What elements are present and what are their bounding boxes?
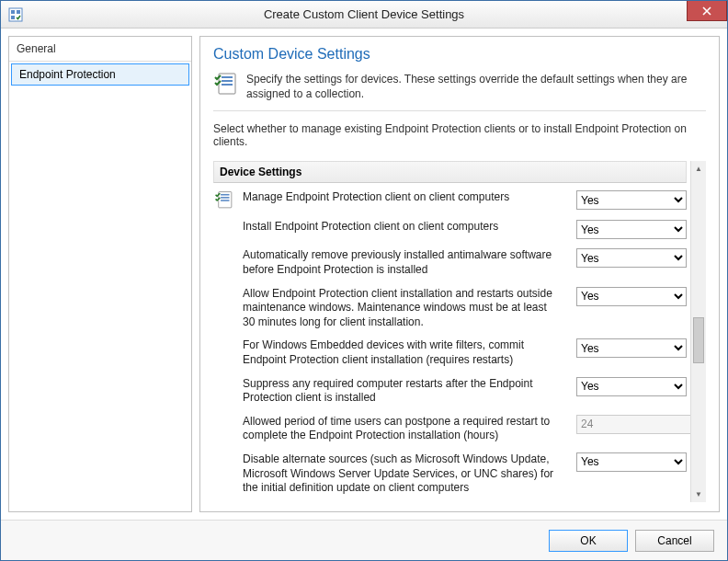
setting-label: For Windows Embedded devices with write … xyxy=(243,338,569,367)
window-title: Create Custom Client Device Settings xyxy=(1,7,727,21)
sidebar-item-endpoint-protection[interactable]: Endpoint Protection xyxy=(11,63,189,86)
setting-select[interactable]: YesNo xyxy=(576,220,687,239)
instruction-text: Select whether to manage existing Endpoi… xyxy=(213,122,706,148)
checklist-icon xyxy=(213,72,239,97)
ok-button[interactable]: OK xyxy=(549,530,628,552)
scroll-up-icon[interactable]: ▲ xyxy=(691,161,706,177)
spinner-input xyxy=(576,415,690,434)
settings-panel: Device Settings Manage Endpoint Protecti… xyxy=(213,161,690,502)
svg-rect-2 xyxy=(11,16,15,19)
sidebar: General Endpoint Protection xyxy=(8,36,192,512)
group-header: Device Settings xyxy=(213,161,687,183)
description-text: Specify the settings for devices. These … xyxy=(246,72,706,101)
setting-control: YesNo xyxy=(576,287,687,306)
setting-row: Allow Endpoint Protection client install… xyxy=(213,283,687,336)
svg-rect-7 xyxy=(222,84,233,86)
setting-row: Automatically remove previously installe… xyxy=(213,245,687,282)
svg-rect-10 xyxy=(221,197,229,199)
setting-select[interactable]: YesNo xyxy=(576,248,687,268)
setting-label: Disable alternate sources (such as Micro… xyxy=(243,452,569,496)
svg-rect-3 xyxy=(17,10,20,14)
setting-select[interactable]: YesNo xyxy=(576,190,687,210)
setting-label: Install Endpoint Protection client on cl… xyxy=(243,220,569,235)
setting-control: YesNo xyxy=(576,377,687,396)
sidebar-item-label: Endpoint Protection xyxy=(19,68,116,81)
setting-select[interactable]: YesNo xyxy=(576,377,687,396)
app-settings-icon xyxy=(8,7,23,22)
dialog-window: Create Custom Client Device Settings Gen… xyxy=(0,0,728,561)
svg-rect-9 xyxy=(221,194,229,196)
body-area: General Endpoint Protection Custom Devic… xyxy=(1,29,727,520)
svg-rect-5 xyxy=(222,76,233,78)
svg-rect-6 xyxy=(222,80,233,82)
svg-rect-1 xyxy=(11,10,15,14)
dialog-footer: OK Cancel xyxy=(1,520,727,560)
setting-control: YesNo xyxy=(576,220,687,239)
titlebar: Create Custom Client Device Settings xyxy=(1,1,727,29)
main-panel: Custom Device Settings Specify the setti… xyxy=(199,36,720,512)
scroll-down-icon[interactable]: ▼ xyxy=(691,487,706,502)
setting-select[interactable]: YesNo xyxy=(576,287,687,306)
setting-control: YesNo xyxy=(576,190,687,210)
svg-rect-11 xyxy=(221,200,229,202)
setting-label: Allow Endpoint Protection client install… xyxy=(243,287,569,330)
setting-label: Manage Endpoint Protection client on cli… xyxy=(243,190,569,205)
scrollbar[interactable]: ▲ ▼ xyxy=(690,161,706,502)
close-button[interactable] xyxy=(687,1,727,21)
setting-label: Automatically remove previously installe… xyxy=(243,248,569,277)
setting-row: For Windows Embedded devices with write … xyxy=(213,335,687,372)
cancel-button[interactable]: Cancel xyxy=(635,530,714,552)
page-title: Custom Device Settings xyxy=(213,46,706,63)
setting-control: YesNo xyxy=(576,248,687,268)
setting-spinner: ▲▼ xyxy=(576,415,687,435)
setting-row: Disable alternate sources (such as Micro… xyxy=(213,449,687,501)
setting-row: Manage Endpoint Protection client on cli… xyxy=(213,187,687,216)
sidebar-header: General xyxy=(9,37,191,62)
checklist-icon xyxy=(213,190,235,211)
setting-row: Install Endpoint Protection client on cl… xyxy=(213,216,687,245)
setting-control: YesNo xyxy=(576,452,687,472)
setting-control: ▲▼ xyxy=(576,415,687,435)
setting-row: Suppress any required computer restarts … xyxy=(213,373,687,411)
description-row: Specify the settings for devices. These … xyxy=(213,72,706,111)
setting-select[interactable]: YesNo xyxy=(576,452,687,472)
setting-row: Allowed period of time users can postpon… xyxy=(213,411,687,449)
setting-control: YesNo xyxy=(576,338,687,358)
setting-label: Suppress any required computer restarts … xyxy=(243,377,569,406)
setting-select[interactable]: YesNo xyxy=(576,338,687,358)
settings-scroll-wrap: Device Settings Manage Endpoint Protecti… xyxy=(213,161,706,502)
scroll-thumb[interactable] xyxy=(693,317,704,363)
setting-label: Allowed period of time users can postpon… xyxy=(243,415,569,443)
